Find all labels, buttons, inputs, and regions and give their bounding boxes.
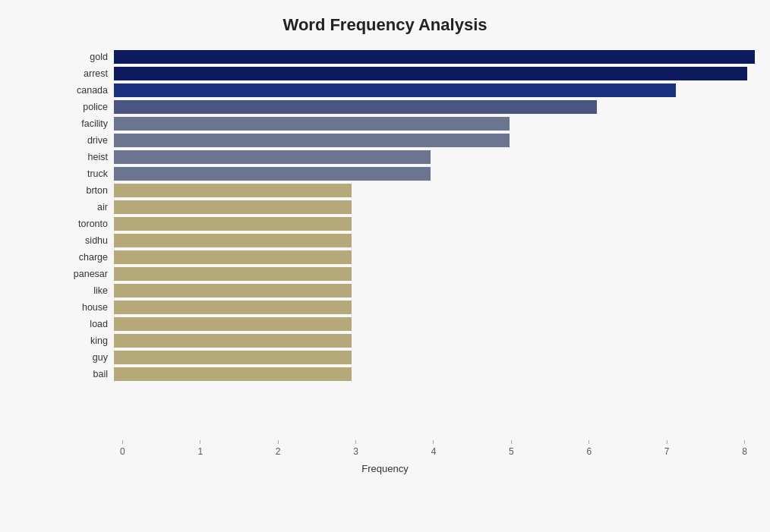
bar-track	[114, 50, 747, 64]
x-tick-line	[744, 440, 745, 444]
bar-fill	[114, 217, 352, 231]
bar-row: like	[61, 282, 747, 299]
bar-track	[114, 134, 747, 147]
bar-fill	[114, 267, 352, 281]
bar-track	[114, 67, 747, 80]
bar-fill	[114, 117, 510, 131]
bar-track	[114, 117, 747, 131]
bar-track	[114, 250, 747, 264]
bar-label: house	[61, 302, 114, 313]
bar-fill	[114, 67, 747, 80]
bar-fill	[114, 367, 352, 381]
bar-row: panesar	[61, 266, 747, 282]
bar-fill	[114, 200, 352, 214]
bar-label: canada	[61, 85, 114, 96]
x-tick: 6	[586, 440, 592, 457]
bar-label: king	[61, 335, 114, 346]
x-tick: 4	[431, 440, 437, 457]
bar-label: charge	[61, 252, 114, 263]
bar-label: like	[61, 285, 114, 296]
bar-label: load	[61, 319, 114, 329]
bar-row: canada	[61, 82, 747, 99]
x-tick: 1	[197, 440, 203, 457]
bar-row: load	[61, 316, 747, 332]
bar-label: facility	[61, 118, 114, 129]
x-tick-line	[511, 440, 512, 444]
bar-fill	[114, 167, 431, 181]
bar-row: guy	[61, 349, 747, 366]
x-tick-label: 8	[742, 446, 747, 457]
bar-track	[114, 301, 747, 314]
bar-row: truck	[61, 165, 747, 182]
bar-fill	[114, 334, 352, 348]
bar-row: sidhu	[61, 232, 747, 249]
bar-track	[114, 167, 747, 181]
bar-row: facility	[61, 115, 747, 132]
x-tick-label: 5	[509, 446, 514, 457]
bar-row: toronto	[61, 216, 747, 232]
x-tick-line	[667, 440, 667, 444]
bar-fill	[114, 50, 755, 64]
bar-label: truck	[61, 168, 114, 179]
x-tick-line	[589, 440, 589, 444]
bar-row: drive	[61, 132, 747, 149]
bar-track	[114, 367, 747, 381]
bar-fill	[114, 284, 352, 297]
bar-row: police	[61, 99, 747, 115]
bar-row: house	[61, 299, 747, 316]
chart-area: goldarrestcanadapolicefacilitydriveheist…	[61, 49, 747, 474]
bar-track	[114, 284, 747, 297]
bars-section: goldarrestcanadapolicefacilitydriveheist…	[61, 49, 747, 382]
x-tick-line	[433, 440, 434, 444]
x-tick: 8	[742, 440, 747, 457]
bars-wrapper: goldarrestcanadapolicefacilitydriveheist…	[61, 49, 747, 436]
bar-row: king	[61, 332, 747, 349]
bar-row: heist	[61, 149, 747, 165]
bar-row: gold	[61, 49, 747, 65]
x-tick-line	[278, 440, 279, 444]
bar-fill	[114, 100, 597, 114]
bar-track	[114, 184, 747, 197]
x-tick: 3	[353, 440, 358, 457]
bar-label: sidhu	[61, 235, 114, 246]
x-tick-label: 4	[431, 446, 437, 457]
x-axis-ticks: 012345678	[120, 440, 747, 457]
x-tick: 0	[120, 440, 125, 457]
bar-track	[114, 317, 747, 331]
bar-fill	[114, 83, 676, 97]
bar-label: air	[61, 202, 114, 212]
bar-fill	[114, 301, 352, 314]
bar-row: brton	[61, 182, 747, 199]
bar-fill	[114, 234, 352, 247]
bar-track	[114, 234, 747, 247]
x-tick-label: 2	[276, 446, 281, 457]
bar-label: bail	[61, 369, 114, 379]
chart-container: Word Frequency Analysis goldarrestcanada…	[0, 0, 770, 532]
bar-row: bail	[61, 366, 747, 382]
bar-row: charge	[61, 249, 747, 266]
bar-label: toronto	[61, 219, 114, 229]
x-tick-line	[355, 440, 356, 444]
bar-fill	[114, 184, 352, 197]
x-axis: 012345678	[61, 440, 747, 457]
x-axis-label: Frequency	[23, 463, 747, 474]
bar-label: guy	[61, 352, 114, 363]
bar-fill	[114, 351, 352, 364]
bar-track	[114, 200, 747, 214]
x-tick: 5	[509, 440, 514, 457]
x-tick-label: 1	[197, 446, 203, 457]
bar-track	[114, 334, 747, 348]
x-tick-line	[200, 440, 200, 444]
bar-row: arrest	[61, 65, 747, 82]
x-tick-line	[122, 440, 123, 444]
x-tick-label: 3	[353, 446, 358, 457]
bar-track	[114, 83, 747, 97]
bar-label: brton	[61, 185, 114, 196]
bar-fill	[114, 317, 352, 331]
x-tick: 7	[664, 440, 670, 457]
bar-label: gold	[61, 52, 114, 62]
bar-fill	[114, 150, 431, 164]
bar-fill	[114, 134, 510, 147]
bar-track	[114, 267, 747, 281]
x-tick: 2	[276, 440, 281, 457]
